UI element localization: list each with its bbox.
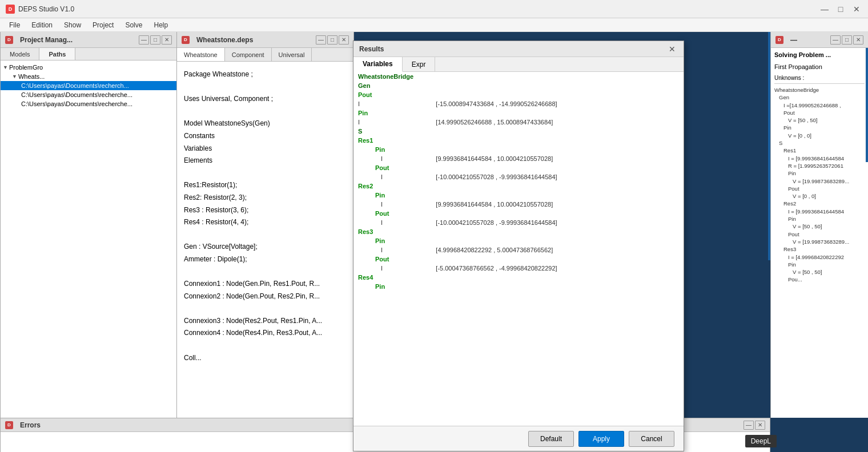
table-row: I [-15.0008947433684 , -14.9990526246688… (353, 99, 684, 108)
item-value-i2: [14.9990526246688 , 15.0008947433684] (431, 118, 684, 127)
scroll-indicator (866, 48, 868, 162)
wheatstone-close-btn[interactable]: ✕ (339, 35, 349, 45)
app-title: DEPS Studio V1.0 (18, 5, 74, 13)
table-row: Pin (353, 236, 684, 245)
results-close-btn[interactable]: ✕ (666, 43, 678, 55)
section-s: S (353, 127, 684, 136)
table-row: I [-5.00047368766562 , -4.99968420822292… (353, 264, 684, 273)
content-line-24: Coll... (184, 352, 347, 365)
title-bar-controls: — □ ✕ (818, 3, 863, 15)
app-icon: D (6, 5, 15, 14)
results-content: WheatstoneBridge Gen Pout I [-15.0008947… (353, 72, 684, 426)
results-dialog: Results ✕ Variables Expr WheatstoneBridg… (353, 41, 684, 451)
table-row: Pin (353, 145, 684, 154)
tab-paths[interactable]: Paths (39, 48, 75, 60)
tree-item-wheats[interactable]: ▼ Wheats... (1, 72, 176, 81)
res2-note (431, 181, 684, 191)
solving-minimize-btn[interactable]: — (830, 35, 841, 45)
results-tab-expr[interactable]: Expr (403, 57, 436, 71)
content-line-11: Res2: Resistor(2, 3); (184, 192, 347, 204)
content-line-21: Connexion3 : Node(Res2.Pout, Res1.Pin, A… (184, 315, 347, 328)
tree-item-whe[interactable]: C:\Users\payas\Documents\recherch... (1, 81, 176, 90)
project-maximize-btn[interactable]: □ (150, 35, 160, 45)
results-tab-variables[interactable]: Variables (353, 57, 403, 72)
table-row: Pout (353, 255, 684, 264)
wheatstone-maximize-btn[interactable]: □ (327, 35, 337, 45)
deepl-text: DeepL (751, 437, 771, 445)
project-panel-controls: — □ ✕ (139, 35, 172, 45)
wheat-tab-universal[interactable]: Universal (272, 48, 312, 61)
menu-edition[interactable]: Edition (27, 20, 57, 30)
errors-minimize-btn[interactable]: — (744, 421, 754, 430)
project-icon: D (5, 36, 13, 44)
content-line-13: Res4 : Resistor(4, 4); (184, 216, 347, 229)
table-row: Gen (353, 81, 684, 90)
close-button[interactable]: ✕ (850, 3, 863, 15)
item-value-res1-pin-i: [9.99936841644584 , 10.0004210557028] (431, 154, 684, 163)
subsection-res3: Res3 (353, 227, 431, 236)
table-row: I [-10.0004210557028 , -9.99936841644584… (353, 218, 684, 227)
subsection-pout-res3: Pout (353, 255, 431, 264)
table-row: I [-10.0004210557028 , -9.99936841644584… (353, 172, 684, 181)
solving-title: D — (775, 36, 797, 44)
tree-item-problemgro[interactable]: ▼ ProblemGro (1, 63, 176, 72)
subsection-pin-res1: Pin (353, 145, 431, 154)
item-label-res2-pin-i: I (353, 200, 431, 209)
item-value-res1-pout-i: [-10.0004210557028 , -9.99936841644584] (431, 172, 684, 181)
wheat-tab-component[interactable]: Component (225, 48, 272, 61)
content-line-6: Constants (184, 130, 347, 143)
cancel-button[interactable]: Cancel (629, 431, 674, 447)
minimize-button[interactable]: — (818, 3, 831, 15)
content-line-7: Variables (184, 143, 347, 155)
maximize-button[interactable]: □ (834, 3, 847, 15)
default-button[interactable]: Default (528, 431, 574, 447)
menu-show[interactable]: Show (59, 20, 86, 30)
subsection-pin-1: Pin (353, 108, 431, 118)
project-minimize-btn[interactable]: — (139, 35, 149, 45)
menu-file[interactable]: File (5, 20, 25, 30)
solving-icon: D (775, 36, 783, 44)
errors-title-text: Errors (20, 421, 41, 429)
solving-close-btn[interactable]: ✕ (853, 35, 863, 45)
table-row: Res1 (353, 136, 684, 145)
subsection-res2: Res2 (353, 181, 431, 191)
subsection-pin-res3: Pin (353, 236, 431, 245)
table-row: Res4 (353, 273, 684, 282)
content-line-1: Package Wheatstone ; (184, 68, 347, 81)
project-panel-titlebar: D Project Manag... — □ ✕ (1, 32, 176, 48)
table-row: Pout (353, 90, 684, 99)
subsection-res4: Res4 (353, 273, 431, 282)
content-line-19: Connexion2 : Node(Gen.Pout, Res2.Pin, R.… (184, 290, 347, 303)
wheatstone-icon: D (182, 36, 190, 44)
wheatstone-minimize-btn[interactable]: — (316, 35, 326, 45)
results-tabs: Variables Expr (353, 57, 684, 72)
wheatstone-title: D Wheatstone.deps (182, 36, 253, 44)
solving-maximize-btn[interactable]: □ (842, 35, 852, 45)
menu-solve[interactable]: Solve (120, 20, 147, 30)
menu-project[interactable]: Project (88, 20, 118, 30)
menu-help[interactable]: Help (149, 20, 172, 30)
tree-item-uni[interactable]: C:\Users\payas\Documents\recherche... (1, 99, 176, 108)
project-manager-panel: D Project Manag... — □ ✕ Models Paths ▼ … (0, 32, 177, 452)
wheat-tab-wheatstone[interactable]: Wheatstone (177, 48, 225, 61)
table-row: Pin (353, 282, 684, 291)
tab-models[interactable]: Models (1, 48, 39, 60)
title-bar: D DEPS Studio V1.0 — □ ✕ (0, 0, 868, 18)
project-close-btn[interactable]: ✕ (162, 35, 172, 45)
subsection-pin-res4: Pin (353, 282, 431, 291)
subsection-res1: Res1 (353, 136, 431, 145)
solving-line-2: First Propagation (774, 62, 865, 72)
results-title: Results (359, 45, 384, 53)
apply-button[interactable]: Apply (578, 431, 624, 447)
errors-close-btn[interactable]: ✕ (755, 421, 765, 430)
item-value-i1: [-15.0008947433684 , -14.9990526246688] (431, 99, 684, 108)
tree-item-con[interactable]: C:\Users\payas\Documents\recherche... (1, 90, 176, 99)
project-tree: ▼ ProblemGro ▼ Wheats... C:\Users\payas\… (1, 60, 176, 439)
item-label-res3-pin-i: I (353, 245, 431, 255)
subsection-pout-res1: Pout (353, 163, 431, 172)
table-row: Pin (353, 108, 684, 118)
solving-title-text: — (790, 36, 797, 44)
wheatstone-panel: D Wheatstone.deps — □ ✕ Wheatstone Compo… (177, 32, 354, 452)
content-line-3: Uses Universal, Component ; (184, 93, 347, 106)
solving-content: Solving Problem ... First Propagation Un… (771, 48, 868, 418)
